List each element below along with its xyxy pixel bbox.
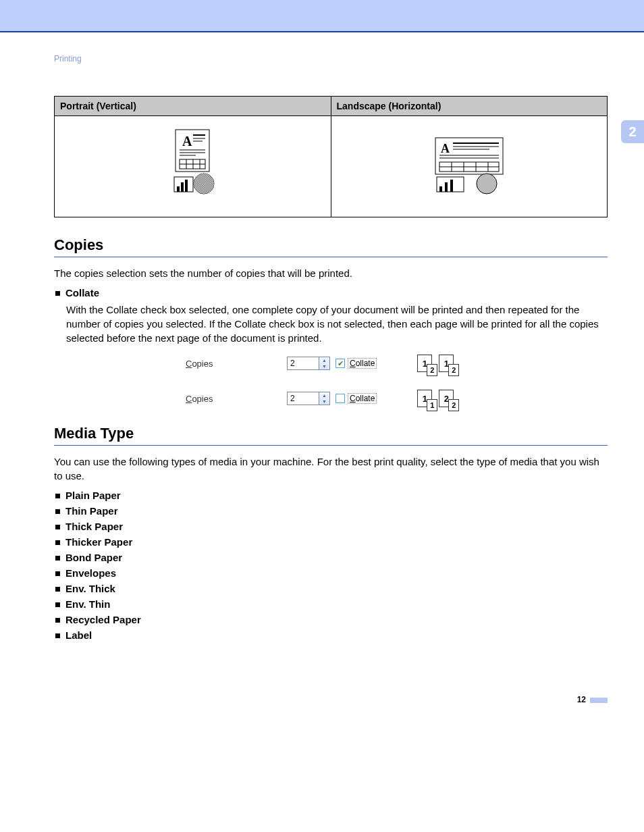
orientation-cell-portrait: A xyxy=(55,116,331,217)
bullet-square-icon xyxy=(55,587,60,592)
media-item-label: Bond Paper xyxy=(65,552,122,563)
collate-checkbox-unchecked[interactable] xyxy=(336,394,345,403)
list-item: Thick Paper xyxy=(54,521,628,532)
bullet-square-icon xyxy=(55,571,60,576)
list-item: Label xyxy=(54,629,628,641)
bullet-square-icon xyxy=(55,291,60,296)
svg-point-18 xyxy=(194,174,214,194)
media-item-label: Label xyxy=(65,629,92,641)
collate-checkbox-label[interactable]: Collate xyxy=(348,358,377,369)
page-content: Printing 2 Portrait (Vertical) Landscape… xyxy=(0,32,644,704)
bullet-square-icon xyxy=(55,602,60,607)
collate-checkbox-label[interactable]: Collate xyxy=(348,393,377,404)
list-item: Bond Paper xyxy=(54,552,628,563)
chapter-tab: 2 xyxy=(621,120,644,143)
list-item: Plain Paper xyxy=(54,490,628,501)
svg-rect-14 xyxy=(177,186,180,192)
svg-rect-16 xyxy=(185,180,188,192)
bullet-square-icon xyxy=(55,525,60,529)
breadcrumb: Printing xyxy=(54,54,628,63)
bullet-square-icon xyxy=(55,494,60,498)
media-item-label: Recycled Paper xyxy=(65,614,141,625)
page-number: 12 xyxy=(577,695,586,704)
svg-rect-37 xyxy=(450,180,453,192)
media-type-list: Plain Paper Thin Paper Thick Paper Thick… xyxy=(54,490,628,641)
orientation-header-landscape: Landscape (Horizontal) xyxy=(331,97,608,116)
collate-description: With the Collate check box selected, one… xyxy=(66,303,606,345)
svg-text:A: A xyxy=(441,142,450,155)
media-item-label: Thin Paper xyxy=(65,505,118,517)
orientation-header-portrait: Portrait (Vertical) xyxy=(55,97,331,116)
media-item-label: Plain Paper xyxy=(65,490,121,501)
list-item: Envelopes xyxy=(54,567,628,579)
copies-value[interactable]: 2 xyxy=(287,392,319,405)
media-item-label: Thicker Paper xyxy=(65,536,132,548)
portrait-illustration-icon: A xyxy=(162,128,223,203)
spinner-arrows-icon[interactable]: ▲▼ xyxy=(319,392,330,405)
page-icon: 22 xyxy=(439,390,454,407)
collate-label: Collate xyxy=(65,287,99,298)
media-item-label: Env. Thick xyxy=(65,583,115,594)
copies-value[interactable]: 2 xyxy=(287,357,319,370)
orientation-table: Portrait (Vertical) Landscape (Horizonta… xyxy=(54,96,608,217)
media-item-label: Envelopes xyxy=(65,567,116,579)
landscape-illustration-icon: A xyxy=(429,135,510,196)
collate-bullet: Collate xyxy=(54,287,628,298)
bullet-square-icon xyxy=(55,633,60,638)
collate-preview-uncollated: 11 22 xyxy=(417,390,454,407)
list-item: Env. Thin xyxy=(54,598,628,610)
media-item-label: Thick Paper xyxy=(65,521,123,532)
copies-field-label: Copies xyxy=(186,394,287,404)
svg-text:A: A xyxy=(182,134,192,149)
svg-rect-36 xyxy=(445,182,448,192)
copies-field-label: Copies xyxy=(186,359,287,369)
page-icon: 12 xyxy=(439,355,454,372)
media-item-label: Env. Thin xyxy=(65,598,110,610)
page-icon: 11 xyxy=(417,390,432,407)
top-bar xyxy=(0,0,644,32)
collate-preview-collated: 12 12 xyxy=(417,355,454,372)
spinner-arrows-icon[interactable]: ▲▼ xyxy=(319,357,330,370)
bullet-square-icon xyxy=(55,509,60,514)
collate-checkbox-checked[interactable] xyxy=(336,359,345,368)
footer-bar-icon xyxy=(590,698,608,703)
copies-row-collated: Copies 2 ▲▼ Collate 12 12 xyxy=(186,355,496,372)
bullet-square-icon xyxy=(55,540,60,545)
list-item: Env. Thick xyxy=(54,583,628,594)
list-item: Recycled Paper xyxy=(54,614,628,625)
svg-rect-0 xyxy=(176,130,209,172)
media-type-intro: You can use the following types of media… xyxy=(54,455,608,483)
list-item: Thin Paper xyxy=(54,505,628,517)
list-item: Thicker Paper xyxy=(54,536,628,548)
media-type-heading: Media Type xyxy=(54,425,608,446)
svg-point-38 xyxy=(477,174,497,194)
copies-demo: Copies 2 ▲▼ Collate 12 12 Copies 2 ▲▼ Co… xyxy=(186,355,496,407)
copies-heading: Copies xyxy=(54,236,608,257)
bullet-square-icon xyxy=(55,618,60,623)
svg-rect-15 xyxy=(181,182,184,192)
page-icon: 12 xyxy=(417,355,432,372)
copies-spinner[interactable]: 2 ▲▼ xyxy=(287,357,330,370)
copies-row-uncollated: Copies 2 ▲▼ Collate 11 22 xyxy=(186,390,496,407)
copies-spinner[interactable]: 2 ▲▼ xyxy=(287,392,330,405)
orientation-cell-landscape: A xyxy=(331,116,608,217)
page-footer: 12 xyxy=(54,695,608,704)
svg-rect-35 xyxy=(439,186,442,192)
copies-intro: The copies selection sets the number of … xyxy=(54,267,608,280)
bullet-square-icon xyxy=(55,556,60,561)
